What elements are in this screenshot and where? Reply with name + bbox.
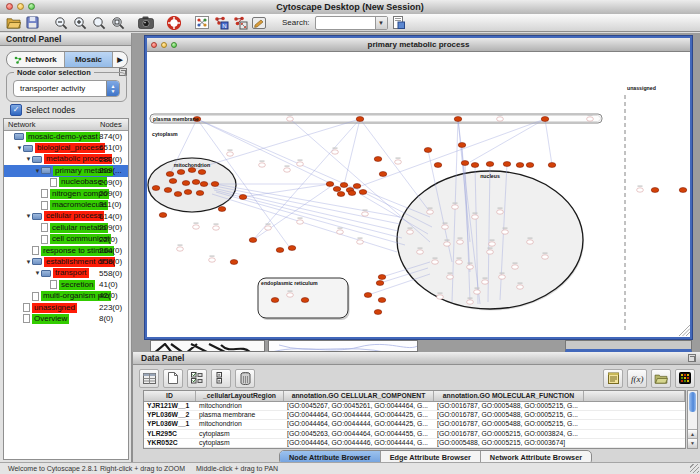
network-node-unselected[interactable] [489,242,496,246]
zoom-in-icon[interactable] [71,15,88,30]
help-ring-icon[interactable] [165,15,182,30]
tree-item-overview[interactable]: Overview8(0) [4,313,128,324]
network-node-selected[interactable] [359,190,367,195]
tree-expand-icon[interactable]: ▼ [25,156,32,162]
network-node-unselected[interactable] [499,275,506,279]
network-node-unselected[interactable] [497,210,504,214]
network-edge[interactable] [470,119,545,162]
network-node-selected[interactable] [378,298,386,303]
table-cell[interactable]: YDR039C__1 [144,448,196,449]
tree-expand-icon[interactable]: ▼ [34,270,41,276]
tree-item-transport[interactable]: ▼transport558(0) [4,268,128,279]
network-node-selected[interactable] [461,161,469,166]
network-node-unselected[interactable] [213,226,220,230]
zoom-window-button[interactable] [28,3,35,10]
tree-item-cellular-process[interactable]: ▼cellular process614(0) [4,211,128,222]
network-node-unselected[interactable] [482,280,489,284]
network-node-unselected[interactable] [177,247,184,251]
network-node-selected[interactable] [211,182,219,187]
network-node-unselected[interactable] [512,265,519,269]
table-cell[interactable]: YPL036W__1 [144,420,196,428]
table-cell[interactable]: YPL036W__2 [144,411,196,419]
table-cell[interactable]: plasma membrane [196,411,284,419]
canvas-resize-grip[interactable] [683,329,691,337]
tab-network[interactable]: Network [7,52,65,67]
minimize-view-button[interactable] [161,42,167,48]
network-node-unselected[interactable] [337,230,344,234]
zoom-fit-icon[interactable] [109,15,126,30]
network-node-unselected[interactable] [209,258,216,262]
table-vertical-scrollbar[interactable]: ▲ ▼ [687,390,698,449]
tree-item-cell-communicat[interactable]: cell communicat22(0) [4,234,128,245]
network-node-selected[interactable] [526,163,534,168]
table-cell[interactable]: cytoplasm [196,430,284,438]
table-cell[interactable]: YJR121W__1 [144,402,196,410]
network-node-unselected[interactable] [452,205,459,209]
network-node-selected[interactable] [454,117,462,122]
network-node-selected[interactable] [152,186,160,191]
tree-item-mosaic-demo-yeast[interactable]: mosaic-demo-yeast874(0) [4,131,128,142]
network-node-selected[interactable] [516,163,524,168]
network-node-selected[interactable] [196,191,204,196]
search-dropdown-arrow-icon[interactable]: ▼ [375,17,387,29]
network-node-selected[interactable] [177,170,185,175]
tree-item-nucleobase-[interactable]: nucleobase-209(0) [4,177,128,188]
network-overview-icon[interactable] [193,15,210,30]
network-node-selected[interactable] [249,238,257,243]
network-node-selected[interactable] [166,172,174,177]
tree-expand-icon[interactable]: ▼ [16,145,23,151]
network-node-selected[interactable] [239,195,247,200]
network-edge[interactable] [253,187,330,240]
tree-item-primary-metabo[interactable]: ▼primary metabo209(... [4,165,128,176]
network-node-unselected[interactable] [407,230,414,234]
network-node-unselected[interactable] [487,250,494,254]
network-node-selected[interactable] [548,163,556,168]
node-color-dropdown[interactable]: transporter activity ▲▼ [13,80,120,97]
show-table-icon[interactable] [139,369,159,388]
network-node-unselected[interactable] [427,210,434,214]
tree-expand-icon[interactable]: ▼ [25,259,32,265]
table-cell[interactable]: mitochondrion [196,448,284,449]
network-node-selected[interactable] [374,157,382,162]
network-node-unselected[interactable] [432,260,439,264]
table-row[interactable]: YPL036W__2plasma membrane[GO:0044464, GO… [144,411,685,420]
tree-item-secretion[interactable]: secretion41(0) [4,279,128,290]
minimize-window-button[interactable] [17,3,24,10]
table-cell[interactable]: [GO:0005488, GO:0005215, GO:0003674] [434,439,584,447]
network-node-selected[interactable] [364,293,372,298]
network-node-unselected[interactable] [542,255,549,259]
table-cell[interactable]: [GO:0016787, GO:0005215, GO:0003824, G..… [434,430,584,438]
table-cell[interactable]: mitochondrion [196,402,284,410]
table-cell[interactable]: mitochondrion [196,420,284,428]
table-row[interactable]: YKR052Ccytoplasm[GO:0044464, GO:0044446,… [144,439,685,448]
column-header-layout-region[interactable]: _cellularLayoutRegion [196,391,284,401]
network-edge[interactable] [290,119,430,242]
save-icon[interactable] [24,15,41,30]
network-node-unselected[interactable] [227,152,234,156]
network-node-unselected[interactable] [472,215,479,219]
network-node-unselected[interactable] [517,285,524,289]
table-cell[interactable]: YKR052C [144,439,196,447]
network-node-unselected[interactable] [467,300,474,304]
data-panel-float-icon[interactable] [688,354,696,362]
tree-item-unassigned[interactable]: unassigned223(0) [4,302,128,313]
network-node-selected[interactable] [486,162,494,167]
network-node-unselected[interactable] [456,260,463,264]
network-node-unselected[interactable] [265,226,272,230]
table-cell[interactable]: [GO:0016787, GO:0005488, GO:0005215, G..… [434,448,584,449]
formula-builder-icon[interactable]: f(x) [627,369,647,388]
network-node-unselected[interactable] [502,230,509,234]
select-nodes-checkbox[interactable]: ✓ [10,104,22,116]
network-node-unselected[interactable] [332,150,339,154]
network-edge[interactable] [215,184,400,217]
table-cell[interactable]: [GO:0044464, GO:0044444, GO:0044425, G..… [284,448,434,449]
network-node-selected[interactable] [471,163,479,168]
network-node-unselected[interactable] [357,240,364,244]
network-node-unselected[interactable] [457,240,464,244]
network-node-selected[interactable] [182,181,190,186]
table-cell[interactable]: [GO:0016787, GO:0005488, GO:0005215, G..… [434,411,584,419]
network-edge[interactable] [213,188,398,231]
tree-expand-icon[interactable]: ▼ [25,213,32,219]
tree-item-response-to-stimulu[interactable]: response to stimulu264(0) [4,245,128,256]
tree-item-cellular-metabo[interactable]: cellular metabo209(0) [4,222,128,233]
